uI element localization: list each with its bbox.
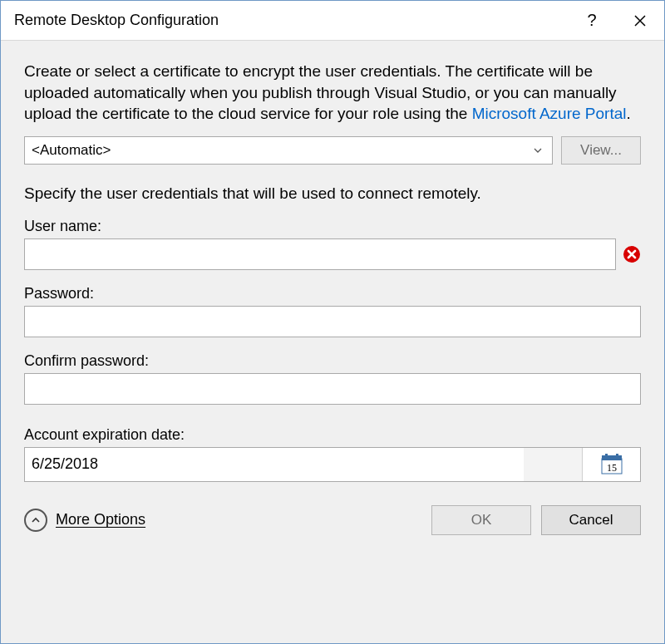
more-options-label: More Options: [56, 511, 145, 528]
expiration-date-value: 6/25/2018: [25, 448, 524, 481]
expiration-label: Account expiration date:: [24, 426, 641, 444]
password-label: Password:: [24, 285, 641, 302]
more-options-toggle[interactable]: More Options: [24, 509, 421, 532]
dialog-footer: More Options OK Cancel: [24, 505, 641, 535]
error-icon: [623, 245, 641, 263]
svg-rect-4: [616, 454, 618, 457]
certificate-selected: <Automatic>: [32, 142, 530, 159]
close-icon: [633, 14, 647, 27]
description-text: Create or select a certificate to encryp…: [24, 61, 641, 125]
help-button[interactable]: ?: [568, 1, 616, 40]
dialog-title: Remote Desktop Configuration: [14, 12, 568, 29]
certificate-row: <Automatic> View...: [24, 136, 641, 165]
password-row: [24, 306, 641, 337]
password-input[interactable]: [24, 306, 641, 337]
chevron-down-icon: [530, 145, 545, 155]
titlebar: Remote Desktop Configuration ?: [1, 1, 664, 41]
dialog-content: Create or select a certificate to encryp…: [1, 41, 664, 643]
help-icon: ?: [587, 11, 596, 30]
view-certificate-button[interactable]: View...: [561, 136, 641, 165]
username-label: User name:: [24, 218, 641, 235]
dialog-window: Remote Desktop Configuration ? Create or…: [0, 0, 665, 644]
chevron-up-icon: [24, 509, 47, 532]
titlebar-buttons: ?: [568, 1, 664, 40]
close-button[interactable]: [616, 1, 664, 40]
svg-rect-2: [602, 455, 622, 460]
username-input[interactable]: [24, 238, 616, 270]
expiration-date-field[interactable]: 6/25/2018 15: [24, 447, 641, 482]
username-row: [24, 238, 641, 270]
credentials-instruction: Specify the user credentials that will b…: [24, 184, 641, 203]
cancel-button[interactable]: Cancel: [541, 505, 641, 535]
ok-button[interactable]: OK: [431, 505, 531, 535]
confirm-password-row: [24, 373, 641, 405]
confirm-password-label: Confirm password:: [24, 352, 641, 370]
certificate-dropdown[interactable]: <Automatic>: [24, 136, 553, 165]
calendar-icon: 15: [600, 454, 623, 475]
svg-text:15: 15: [607, 462, 617, 474]
azure-portal-link[interactable]: Microsoft Azure Portal: [472, 105, 627, 122]
confirm-password-input[interactable]: [24, 373, 641, 405]
date-spacer: [524, 448, 582, 481]
svg-rect-3: [605, 454, 608, 457]
description-suffix: .: [626, 105, 630, 122]
calendar-button[interactable]: 15: [582, 448, 640, 481]
